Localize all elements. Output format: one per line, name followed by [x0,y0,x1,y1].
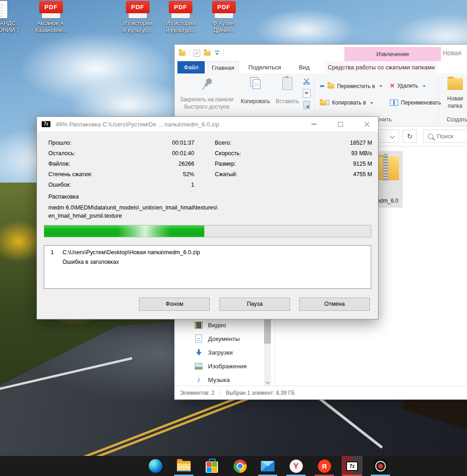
minimize-button[interactable] [306,117,322,131]
folder-icon[interactable] [179,51,186,56]
tab-home[interactable]: Главная [208,61,239,73]
folder-icon [327,84,334,89]
stat-value: 9125 M [290,161,372,169]
sidebar-item-downloads[interactable]: Загрузки [184,345,264,359]
desktop-icon-pdf[interactable]: PDF Ф.Хузин. Древн... [207,1,241,34]
tab-share[interactable]: Поделиться [243,61,286,73]
taskbar-edge-button[interactable] [145,456,166,476]
paste-icon [282,77,292,90]
taskbar-chrome-button[interactable] [229,456,250,476]
desktop-icon-label: Из истории [120,20,155,27]
desktop-icon-doc[interactable]: ЛАНДС... ЮНИИ 7 [0,1,26,34]
desktop-icon-pdf[interactable]: PDF Из истории и культур... [120,1,155,34]
taskbar-mail-button[interactable] [257,456,278,476]
desktop-icon-pdf[interactable]: PDF Аксанов А. Казанское... [34,1,68,34]
desktop-icon-label: ЮНИИ 7 [0,27,26,34]
delete-label: Удалить [397,83,418,89]
copy-path-button[interactable]: W [302,89,311,97]
stat-value: 93 MB/s [290,150,372,158]
yandex-browser-icon: Y [290,460,303,473]
taskbar-explorer-button[interactable] [173,456,194,476]
pdf-page [129,13,147,18]
search-placeholder: Поиск [437,133,453,140]
sidebar-scrollbar[interactable] [264,317,271,386]
edge-icon [149,459,162,473]
error-message: Ошибка в заголовках [62,259,119,265]
documents-icon [195,335,202,343]
desktop-icon-label: Казанское... [34,27,68,34]
tab-view[interactable]: Вид [292,61,316,73]
cut-button[interactable] [302,77,311,85]
error-list[interactable]: 1 C:\Users\Рустем\Desktop\Новая папка\me… [44,245,371,289]
address-dropdown-chevron-icon[interactable] [389,133,394,138]
delete-icon: × [390,83,394,89]
dialog-titlebar[interactable]: 7z 49% Распаковка C:\Users\Рустем\De ...… [37,117,378,131]
stat-label: Скорость: [215,150,241,158]
sidebar-item-music[interactable]: ♪ Музыка [184,373,264,387]
paste-button[interactable]: Вставить [274,73,301,115]
sidebar-item-pictures[interactable]: Изображения [184,359,264,373]
new-folder-label: папка [441,103,467,109]
screen: ЛАНДС... ЮНИИ 7 PDF Аксанов А. Казанское… [0,0,467,476]
close-button[interactable] [359,117,374,131]
downloads-icon [195,349,202,356]
folder-icon [320,100,327,105]
taskbar-yandex-browser-button[interactable]: Y [285,456,306,476]
copy-to-button[interactable]: Копировать в [320,99,373,106]
customize-toolbar-icon[interactable] [214,51,220,55]
sidebar-item-label: Музыка [208,377,230,383]
rename-button[interactable]: Переименовать [390,99,441,106]
move-to-button[interactable]: ⬅ Переместить в [320,83,382,89]
rename-icon [390,99,398,106]
desktop-icon-label: Древн... [207,27,241,34]
pdf-icon: PDF [169,1,192,13]
new-folder-button[interactable]: Новая папка [441,73,467,115]
scrollbar-thumb[interactable] [264,317,271,344]
refresh-button[interactable]: ↻ [403,130,417,143]
minimize-icon [311,124,317,125]
pictures-icon [195,362,202,370]
stat-label: Сжатый: [215,171,238,179]
checkbox-icon[interactable]: ✓ [193,50,200,57]
selection-summary: Выбран 1 элемент: 8,39 ГБ [226,390,295,396]
window-title: Новая [443,49,462,57]
sidebar-item-label: Видео [208,322,226,329]
group-label-create: Создать [438,116,467,123]
taskbar-recorder-button[interactable] [370,456,391,476]
stat-value: 52% [105,171,194,179]
copy-label: Копировать [238,98,273,105]
sidebar-item-videos[interactable]: Видео [184,318,264,332]
pause-button[interactable]: Пауза [219,298,290,311]
paste-shortcut-button[interactable] [302,101,311,109]
sevenzip-progress-dialog: 7z 49% Распаковка C:\Users\Рустем\De ...… [36,116,379,319]
taskbar-store-button[interactable] [201,456,222,476]
pin-to-quick-access-button[interactable]: Закрепить на панели быстрого доступа [176,73,237,115]
copy-button[interactable]: Копировать [238,73,273,115]
tab-file[interactable]: Файл [177,61,205,73]
stat-value: 18527 M [290,140,372,148]
stat-label: Файлов: [48,161,70,169]
paste-shortcut-icon [303,101,310,109]
delete-button[interactable]: × Удалить [390,83,425,89]
taskbar-yandex-button[interactable]: Я [314,456,335,476]
scrollbar-down-button[interactable] [264,378,271,386]
word-doc-icon: W [303,89,311,98]
tab-compressed-folder-tools[interactable]: Средства работы со сжатыми папками [325,61,437,73]
sidebar-item-documents[interactable]: Документы [184,332,264,345]
maximize-button[interactable] [332,117,348,131]
new-folder-label: Новая [441,95,467,102]
stat-label: Прошло: [48,140,72,148]
pin-label: Закрепить на панели [176,96,237,103]
pdf-icon: PDF [212,1,236,13]
desktop-icon-pdf[interactable]: PDF Из истории и культур... [163,1,198,34]
chevron-down-icon [379,85,382,89]
move-to-label: Переместить в [337,83,375,89]
cancel-button[interactable]: Отмена [299,298,370,311]
stat-label: Степень сжатия: [48,171,93,179]
taskbar-7zip-button[interactable]: 7z [342,456,363,476]
pin-label: быстрого доступа [176,104,237,110]
sevenzip-icon: 7z [41,120,51,128]
background-button[interactable]: Фоном [139,298,210,311]
search-box[interactable]: Поиск [423,130,467,143]
folder-icon[interactable] [204,51,211,56]
